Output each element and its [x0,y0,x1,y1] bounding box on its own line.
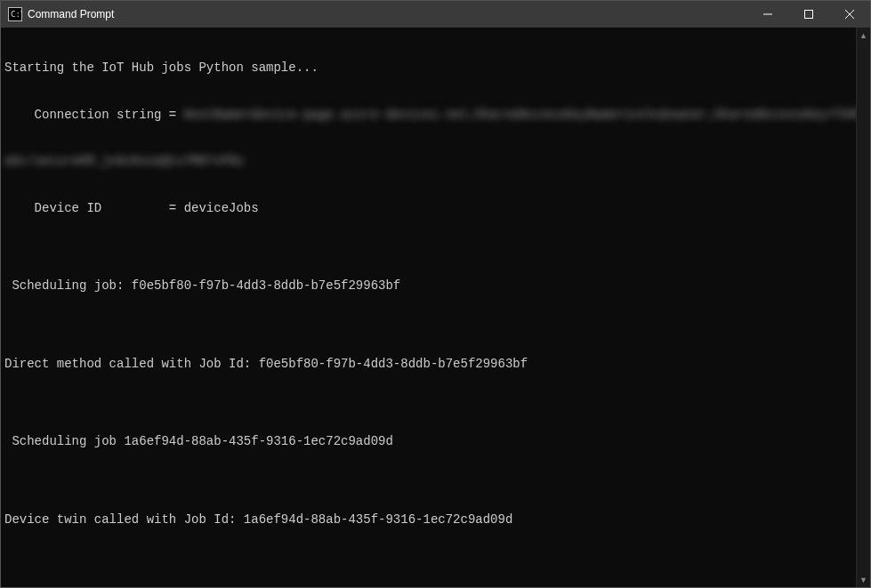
redacted-text: abc/secureKM_jnAcKozaQtu7M87vFRu [4,154,244,168]
vertical-scrollbar[interactable]: ▲ ▼ [856,28,870,587]
maximize-button[interactable] [788,1,829,28]
window-title: Command Prompt [28,8,114,20]
svg-rect-3 [805,11,813,19]
output-line: Connection string = HostName=device-page… [4,108,856,124]
client-area: Starting the IoT Hub jobs Python sample.… [1,28,870,587]
terminal-output[interactable]: Starting the IoT Hub jobs Python sample.… [1,28,856,587]
output-line: Direct method called with Job Id: f0e5bf… [4,357,856,373]
command-prompt-window: C:\ Command Prompt Starting the IoT Hub … [0,0,871,588]
output-line: Device ID = deviceJobs [4,201,856,217]
scrollbar-track[interactable] [857,43,870,572]
output-line: Scheduling job 1a6ef94d-88ab-435f-9316-1… [4,434,856,450]
titlebar[interactable]: C:\ Command Prompt [1,1,870,28]
svg-text:C:\: C:\ [11,10,22,19]
output-line: Device twin called with Job Id: 1a6ef94d… [4,512,856,528]
scroll-down-icon[interactable]: ▼ [857,572,870,587]
output-line: abc/secureKM_jnAcKozaQtu7M87vFRu [4,154,856,170]
scroll-up-icon[interactable]: ▲ [857,28,870,43]
close-button[interactable] [829,1,870,28]
output-line: Scheduling job: f0e5bf80-f97b-4dd3-8ddb-… [4,278,856,294]
output-line: Starting the IoT Hub jobs Python sample.… [4,60,856,77]
redacted-text: HostName=device-page.azure-devices.net;S… [184,108,856,122]
command-prompt-icon: C:\ [8,7,22,21]
minimize-button[interactable] [747,1,788,28]
